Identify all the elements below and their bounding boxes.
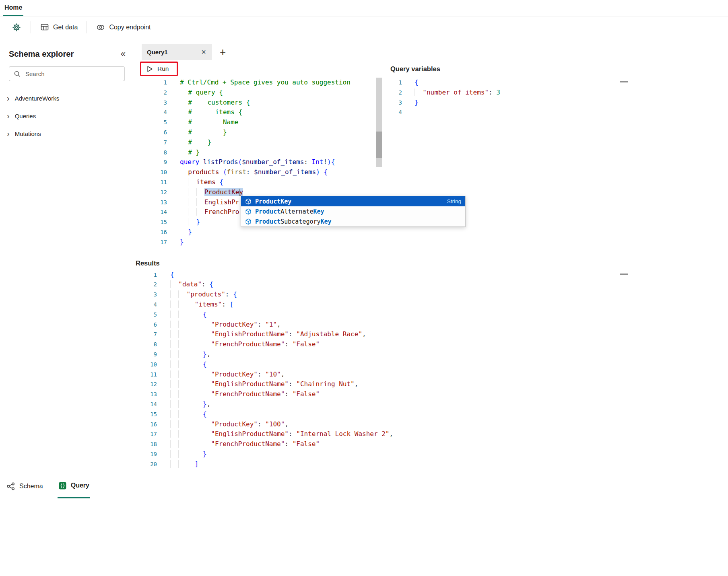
close-tab-button[interactable]: × (200, 47, 207, 57)
code-line-text: { (170, 409, 207, 420)
code-line[interactable]: 16 } (133, 227, 383, 237)
menubar: Home (0, 0, 728, 16)
code-line[interactable]: 6 "ProductKey": "1", (133, 320, 728, 330)
line-number: 1 (133, 78, 167, 88)
settings-button[interactable] (6, 19, 27, 36)
code-line-text: # items { (180, 107, 242, 117)
code-line[interactable]: 12 "EnglishProductName": "Chainring Nut"… (133, 379, 728, 389)
line-number: 8 (133, 339, 157, 350)
code-line[interactable]: 9 }, (133, 350, 728, 360)
code-line-text: "items": [ (170, 300, 233, 310)
query-view-label: Query (71, 482, 89, 489)
code-line[interactable]: 3 "products": { (133, 290, 728, 300)
code-line-text: }, (170, 399, 210, 409)
suggestion-item[interactable]: ProductKeyString (241, 196, 465, 206)
code-line-text: EnglishPr (180, 197, 239, 208)
content: Schema explorer « › AdventureWorks (0, 38, 728, 474)
code-line-text: "ProductKey": "1", (170, 320, 281, 330)
code-line[interactable]: 17 "EnglishProductName": "Internal Lock … (133, 429, 728, 439)
line-number: 13 (133, 197, 167, 208)
code-line-text: "FrenchProductName": "False" (170, 439, 320, 449)
schema-view-button[interactable]: Schema (6, 474, 44, 498)
line-number: 16 (133, 420, 157, 430)
collapse-sidebar-button[interactable]: « (119, 49, 127, 59)
code-line[interactable]: 8 # } (133, 148, 383, 158)
line-number: 1 (133, 270, 157, 280)
code-line-text: }, (170, 350, 210, 360)
code-line[interactable]: 6 # } (133, 128, 383, 138)
toolbar: Get data Copy endpoint (0, 16, 728, 38)
code-line[interactable]: 18 "FrenchProductName": "False" (133, 439, 728, 449)
autocomplete-popup: ProductKeyStringProductAlternateKeyProdu… (241, 196, 466, 227)
code-line[interactable]: 2 "number_of_items": 3 (383, 88, 624, 98)
code-line-text: "EnglishProductName": "Internal Lock Was… (170, 429, 393, 439)
code-line-text: ProductKey (180, 187, 243, 197)
code-line[interactable]: 3 # customers { (133, 98, 383, 108)
code-line[interactable]: 2 # query { (133, 88, 383, 98)
code-line[interactable]: 3} (383, 98, 624, 108)
code-line[interactable]: 4 "items": [ (133, 300, 728, 310)
line-number: 12 (133, 379, 157, 389)
code-line[interactable]: 10 { (133, 360, 728, 370)
code-line[interactable]: 5 { (133, 310, 728, 320)
code-line-text: "FrenchProductName": "False" (170, 389, 320, 399)
sidebar-item-adventureworks[interactable]: › AdventureWorks (0, 89, 133, 107)
code-line[interactable]: 10 products (first: $number_of_items) { (133, 167, 383, 177)
line-number: 14 (133, 207, 167, 217)
code-line[interactable]: 11 items { (133, 177, 383, 187)
code-line[interactable]: 16 "ProductKey": "100", (133, 420, 728, 430)
tab-query1[interactable]: Query1 × (142, 44, 212, 60)
line-number: 5 (133, 117, 167, 128)
code-line[interactable]: 4 (383, 107, 624, 117)
code-line[interactable]: 14 }, (133, 399, 728, 409)
query-variables-code[interactable]: 1{2 "number_of_items": 33}4 (383, 78, 624, 117)
code-line-text: "ProductKey": "10", (170, 370, 285, 380)
new-tab-button[interactable]: + (216, 44, 229, 60)
home-tab-label: Home (4, 4, 22, 11)
code-line-text: { (170, 270, 174, 280)
line-number: 3 (133, 290, 157, 300)
get-data-label: Get data (53, 24, 78, 31)
run-button[interactable]: Run (141, 63, 177, 75)
close-icon: × (201, 47, 206, 56)
code-line[interactable]: 8 "FrenchProductName": "False" (133, 339, 728, 350)
line-number: 11 (133, 370, 157, 380)
suggestion-item[interactable]: ProductAlternateKey (241, 206, 465, 216)
query-view-button[interactable]: Query (58, 474, 90, 498)
line-number: 7 (133, 329, 157, 339)
code-line[interactable]: 9query listProds($number_of_items: Int!)… (133, 157, 383, 167)
results-header: Results (133, 257, 728, 270)
code-line[interactable]: 1{ (133, 270, 728, 280)
tab-home[interactable]: Home (3, 0, 23, 16)
code-line[interactable]: 11 "ProductKey": "10", (133, 370, 728, 380)
code-line-text: "ProductKey": "100", (170, 420, 289, 430)
code-line[interactable]: 1# Ctrl/Cmd + Space gives you auto sugge… (133, 78, 383, 88)
code-line[interactable]: 15 { (133, 409, 728, 420)
results-code[interactable]: 1{2 "data": {3 "products": {4 "items": [… (133, 270, 728, 469)
code-line[interactable]: 1{ (383, 78, 624, 88)
sidebar-item-mutations[interactable]: › Mutations (0, 125, 133, 142)
variables-scrollbar-thumb[interactable] (620, 81, 628, 82)
line-number: 12 (133, 187, 167, 197)
code-line[interactable]: 5 # Name (133, 117, 383, 128)
results-scrollbar-thumb[interactable] (620, 274, 628, 275)
code-line-text: "data": { (170, 280, 213, 290)
code-line[interactable]: 2 "data": { (133, 280, 728, 290)
copy-endpoint-button[interactable]: Copy endpoint (91, 19, 155, 35)
line-number: 15 (133, 409, 157, 420)
code-line[interactable]: 20 ] (133, 459, 728, 469)
search-icon (14, 70, 21, 78)
code-line-text: # Ctrl/Cmd + Space gives you auto sugges… (180, 78, 351, 88)
code-line[interactable]: 7 # } (133, 138, 383, 148)
code-line[interactable]: 4 # items { (133, 107, 383, 117)
code-line-text: "FrenchProductName": "False" (170, 339, 320, 350)
schema-explorer-sidebar: Schema explorer « › AdventureWorks (0, 38, 133, 474)
suggestion-item[interactable]: ProductSubcategoryKey (241, 216, 465, 226)
code-line[interactable]: 19 } (133, 449, 728, 459)
code-line[interactable]: 17} (133, 237, 383, 247)
sidebar-item-queries[interactable]: › Queries (0, 107, 133, 125)
search-input[interactable] (25, 70, 120, 78)
code-line[interactable]: 7 "EnglishProductName": "Adjustable Race… (133, 329, 728, 339)
get-data-button[interactable]: Get data (35, 19, 82, 35)
code-line[interactable]: 13 "FrenchProductName": "False" (133, 389, 728, 399)
